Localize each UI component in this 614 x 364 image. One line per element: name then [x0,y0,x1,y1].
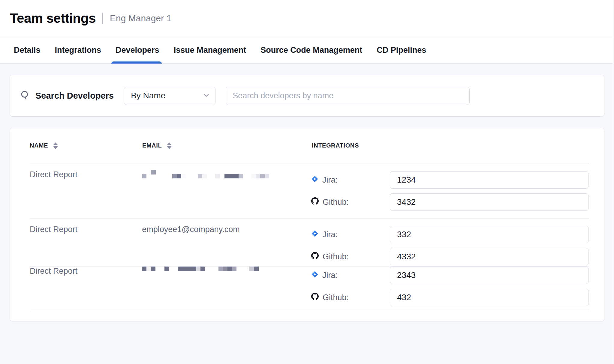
github-label: Github: [323,198,349,207]
jira-icon [311,230,318,239]
filter-by-value: By Name [131,91,165,100]
page-title: Team settings [10,11,96,26]
github-icon [311,293,319,302]
redacted-email [142,267,259,276]
search-input[interactable] [226,87,470,105]
table-header: NAME EMAIL INTEGRATIONS [30,128,589,163]
github-icon [311,252,319,261]
developer-name: Direct Report [30,170,77,179]
jira-label: Jira: [322,175,338,185]
developer-name: Direct Report [30,225,77,234]
jira-icon [311,175,318,185]
sort-email-button[interactable] [166,142,172,150]
page-subtitle: Eng Manager 1 [110,13,171,23]
column-header-integrations: INTEGRATIONS [312,142,589,149]
tab-developers[interactable]: Developers [116,37,159,63]
tab-source-code-management[interactable]: Source Code Management [260,37,362,63]
jira-id-input[interactable] [390,267,589,284]
github-icon [311,197,319,207]
sort-desc-icon [167,146,172,149]
search-developers-label: Search Developers [35,91,114,101]
tab-issue-management[interactable]: Issue Management [174,37,246,63]
filter-by-select[interactable]: By Name [124,87,215,105]
tab-integrations[interactable]: Integrations [55,37,101,63]
github-label: Github: [323,252,349,261]
table-row: Direct Report employee1@company.com [30,219,589,267]
tab-cd-pipelines[interactable]: CD Pipelines [377,37,426,63]
github-integration-row: Github: [311,248,589,265]
jira-integration-row: Jira: [311,171,589,189]
jira-id-input[interactable] [390,171,589,189]
jira-id-input[interactable] [390,226,589,243]
column-header-name: NAME [30,142,142,150]
github-id-input[interactable] [390,193,589,211]
tab-details[interactable]: Details [14,37,41,63]
table-row: Direct Report [30,163,589,219]
github-integration-row: Github: [311,193,589,211]
column-header-email: EMAIL [142,142,312,150]
github-id-input[interactable] [390,248,589,265]
search-card: Search Developers By Name [10,75,604,117]
jira-icon [311,271,318,280]
page-header: Team settings Eng Manager 1 [0,0,614,37]
sort-desc-icon [53,146,58,149]
jira-integration-row: Jira: [311,226,589,243]
sort-asc-icon [167,142,172,145]
jira-label: Jira: [322,230,338,239]
github-label: Github: [323,293,349,302]
chevron-down-icon [202,91,210,100]
tab-bar: Details Integrations Developers Issue Ma… [0,37,614,64]
jira-label: Jira: [322,271,338,280]
table-row: Direct Report [30,267,589,311]
title-divider [102,13,103,24]
developer-name: Direct Report [30,267,77,276]
github-id-input[interactable] [390,289,589,306]
developers-table-card: NAME EMAIL INTEGRATIONS Direct Report [10,128,604,321]
sort-name-button[interactable] [53,142,59,150]
developer-email: employee1@company.com [142,225,240,234]
redacted-email [142,170,269,180]
page-content: Search Developers By Name NAME EMAIL [0,64,614,321]
jira-integration-row: Jira: [311,267,589,284]
github-integration-row: Github: [311,289,589,306]
sort-asc-icon [53,142,58,145]
search-icon [20,90,30,101]
